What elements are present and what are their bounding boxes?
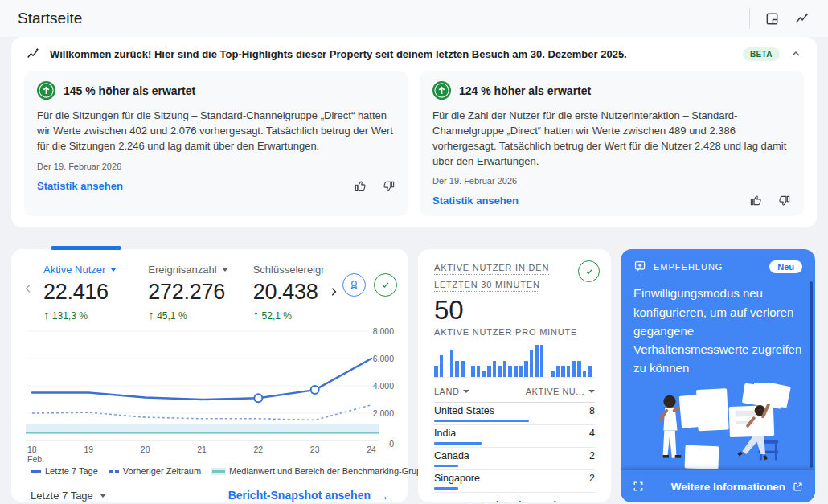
chevron-up-icon[interactable] <box>789 47 802 60</box>
svg-text:24: 24 <box>367 445 376 454</box>
chart-legend: Letzte 7 Tage Vorheriger Zeitraum Median… <box>11 465 408 476</box>
thumbs-down-icon[interactable] <box>382 179 396 193</box>
insight-body: Für die Zahl der Nutzer für die erste Nu… <box>432 109 791 169</box>
metric-label: Aktive Nutzer <box>43 264 105 276</box>
country-value: 2 <box>589 473 595 485</box>
date-range-select[interactable]: Letzte 7 Tage <box>31 490 106 502</box>
trend-up-icon <box>432 81 451 100</box>
app-header: Startseite <box>0 0 828 37</box>
country-bar <box>434 487 458 490</box>
table-row: United States8 <box>434 403 595 425</box>
svg-text:22: 22 <box>253 445 263 454</box>
metric-active-users[interactable]: Aktive Nutzer 22.416 ↑ 131,3 % <box>43 264 141 322</box>
table-row: India4 <box>434 425 595 448</box>
svg-text:0: 0 <box>389 439 394 449</box>
column-country[interactable]: LAND <box>434 387 469 396</box>
metric-change: ↑ 131,3 % <box>43 309 141 322</box>
legend-last-7-days: Letzte 7 Tage <box>31 466 98 476</box>
minute-bars <box>434 344 595 378</box>
view-realtime-link[interactable]: In Echtzeit anzeigen→ <box>434 499 595 503</box>
chevron-right-icon[interactable] <box>325 283 342 301</box>
chevron-down-icon <box>588 390 595 393</box>
external-link-icon <box>792 481 804 493</box>
recommendation-title: Einwilligungsmodus neu konfigurieren, um… <box>633 284 802 377</box>
benchmarking-badge-icon[interactable] <box>342 273 366 297</box>
recommendation-footer: Weitere Informationen <box>621 470 815 502</box>
thumbs-up-icon[interactable] <box>354 179 367 193</box>
dashed-line-swatch <box>109 470 119 473</box>
country-value: 8 <box>589 405 595 417</box>
svg-text:4.000: 4.000 <box>373 381 394 391</box>
insight-card-users: 124 % höher als erwartet Für die Zahl de… <box>420 71 804 216</box>
metric-label: Ereignisanzahl <box>148 264 216 276</box>
chevron-down-icon <box>110 268 117 272</box>
up-arrow-icon: ↑ <box>148 308 154 322</box>
report-snapshot-link[interactable]: Bericht-Snapshot ansehen→ <box>228 489 389 502</box>
svg-text:19: 19 <box>84 445 93 454</box>
country-name: Singapore <box>434 473 480 485</box>
insight-cards-row: 145 % höher als erwartet Für die Sitzung… <box>11 71 817 216</box>
country-value: 2 <box>589 450 595 462</box>
solid-line-swatch <box>31 470 41 473</box>
insight-headline: 124 % höher als erwartet <box>459 84 591 97</box>
scrollbar-thumb[interactable] <box>810 281 813 468</box>
table-row: Canada2 <box>434 448 595 470</box>
country-name: United States <box>434 405 494 417</box>
recommendation-icon <box>633 260 647 273</box>
metric-event-count[interactable]: Ereignisanzahl 272.276 ↑ 45,1 % <box>148 264 246 322</box>
expand-icon[interactable] <box>632 480 645 493</box>
cards-icon[interactable] <box>764 11 780 27</box>
table-row: Singapore2 <box>434 470 595 493</box>
more-info-link[interactable]: Weitere Informationen <box>671 481 804 493</box>
realtime-card: AKTIVE NUTZER IN DEN LETZTEN 30 MINUTEN … <box>418 249 611 502</box>
thumbs-up-icon[interactable] <box>749 194 763 207</box>
insight-date: Der 19. Februar 2026 <box>432 176 791 186</box>
chevron-down-icon <box>463 390 469 393</box>
band-swatch <box>212 470 225 473</box>
carousel-indicator <box>51 246 121 250</box>
metric-value: 20.438 <box>253 280 325 305</box>
thumbs-down-icon[interactable] <box>777 194 791 207</box>
per-minute-label: AKTIVE NUTZER PRO MINUTE <box>434 327 595 337</box>
beta-badge: BETA <box>743 47 780 61</box>
active-users-30min-value: 50 <box>434 297 595 325</box>
metric-change: ↑ 52,1 % <box>253 309 325 322</box>
new-badge: Neu <box>769 260 802 273</box>
metric-label: Schlüsselereign <box>253 264 325 276</box>
chevron-down-icon <box>100 494 106 498</box>
up-arrow-icon: ↑ <box>253 308 260 322</box>
insights-spark-icon <box>26 47 40 61</box>
arrow-right-icon: → <box>583 499 595 502</box>
arrow-right-icon: → <box>377 490 389 502</box>
recommendation-eyebrow: EMPFEHLUNG <box>654 262 723 272</box>
welcome-banner-text: Willkommen zurück! Hier sind die Top-Hig… <box>50 48 733 60</box>
header-actions <box>749 8 810 29</box>
insight-body: Für die Sitzungen für die Sitzung – Stan… <box>37 109 396 154</box>
svg-text:Feb.: Feb. <box>27 454 44 464</box>
column-active-users[interactable]: AKTIVE NU... <box>526 387 595 396</box>
chevron-left-icon[interactable] <box>19 280 37 297</box>
country-value: 4 <box>589 428 595 440</box>
metric-change: ↑ 45,1 % <box>148 309 246 322</box>
welcome-banner: Willkommen zurück! Hier sind die Top-Hig… <box>11 37 817 71</box>
legend-previous-period: Vorheriger Zeitraum <box>109 466 201 476</box>
page-title: Startseite <box>18 10 82 27</box>
trend-up-icon <box>37 81 55 100</box>
country-name: India <box>434 428 456 440</box>
view-statistic-link[interactable]: Statistik ansehen <box>432 195 519 207</box>
svg-text:20: 20 <box>141 445 150 454</box>
svg-text:23: 23 <box>310 445 320 454</box>
data-quality-check-icon[interactable] <box>374 273 397 297</box>
insight-card-sessions: 145 % höher als erwartet Für die Sitzung… <box>24 71 408 216</box>
recommendation-card: EMPFEHLUNG Neu Einwilligungsmodus neu ko… <box>621 249 815 502</box>
metric-key-events[interactable]: Schlüsselereign 20.438 ↑ 52,1 % <box>253 264 325 322</box>
svg-text:18: 18 <box>27 445 37 454</box>
realtime-check-icon[interactable] <box>578 260 600 282</box>
chevron-down-icon <box>222 268 228 272</box>
users-trend-chart: 02.0004.0006.0008.00018Feb.192021222324 <box>11 323 408 465</box>
country-bar <box>434 465 458 467</box>
realtime-title: AKTIVE NUTZER IN DEN LETZTEN 30 MINUTEN <box>434 260 575 293</box>
view-statistic-link[interactable]: Statistik ansehen <box>37 180 123 192</box>
svg-text:8.000: 8.000 <box>373 326 394 336</box>
insights-icon[interactable] <box>794 10 810 27</box>
